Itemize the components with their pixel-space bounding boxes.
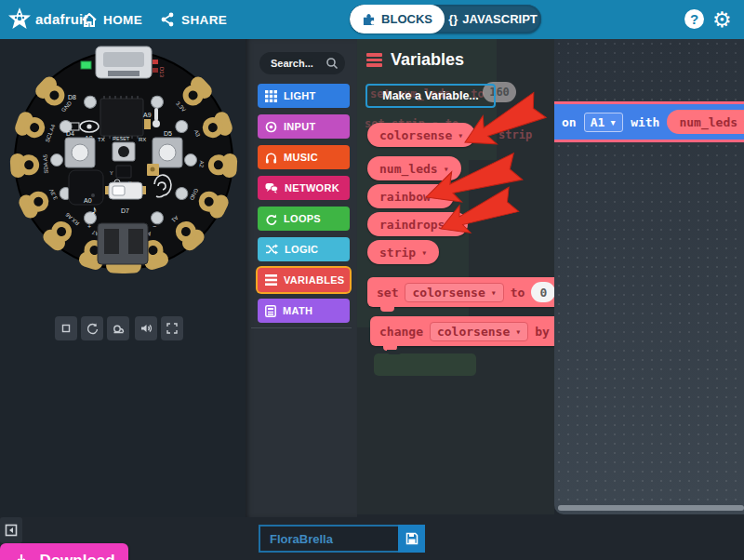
flyout-title: Variables: [366, 50, 464, 70]
makecode-editor: adafruit HOME SHARE BLOCKS {}: [0, 0, 744, 560]
stop-icon: [60, 322, 73, 335]
blocks-workspace[interactable]: on A1▾ with num_leds▾ pix: [554, 39, 744, 514]
category-light[interactable]: LIGHT: [258, 84, 350, 108]
power-led-green: [81, 61, 91, 69]
category-input[interactable]: INPUT: [258, 114, 350, 139]
change-variable-block[interactable]: change colorsense▾ by 1: [370, 316, 554, 346]
tab-blocks[interactable]: BLOCKS: [350, 5, 445, 33]
dropdown-caret-icon: ▾: [450, 220, 456, 230]
d5-label: D5: [164, 130, 172, 137]
block-toolbox: LIGHT INPUT MUSIC NETWORK: [246, 39, 357, 517]
shuffle-icon: [265, 244, 278, 255]
search-icon: [326, 57, 339, 70]
d4-label: D4: [66, 130, 74, 137]
sim-slowmo-button[interactable]: [107, 316, 129, 340]
variables-icon: [366, 53, 382, 67]
main-chip: [100, 96, 143, 139]
home-button[interactable]: HOME: [74, 7, 150, 32]
chat-bubbles-icon: [265, 182, 278, 194]
home-label: HOME: [103, 13, 142, 27]
project-name-input[interactable]: [259, 525, 398, 553]
question-icon: ?: [690, 11, 698, 27]
header-bar: adafruit HOME SHARE BLOCKS {}: [0, 0, 744, 39]
tx-label: TX: [98, 137, 105, 142]
target-icon: [265, 121, 277, 133]
variable-pill-raindrops[interactable]: raindrops▾: [367, 212, 468, 236]
block-text: with: [631, 115, 659, 129]
circuit-playground-board[interactable]: GND SCL A4 SDA A5 3.3V RX A6 TX A7 GND 3…: [7, 45, 240, 279]
sim-volume-button[interactable]: [135, 316, 157, 340]
block-text: on: [562, 115, 577, 129]
variable-dropdown[interactable]: colorsense▾: [430, 322, 528, 341]
battery-connector: + −: [87, 223, 156, 264]
horizontal-scrollbar[interactable]: [558, 505, 744, 511]
variable-pill-colorsense[interactable]: colorsense▾: [367, 123, 475, 147]
d8-label: D8: [68, 94, 76, 100]
faded-next-block: [374, 353, 476, 376]
create-strip-block[interactable]: on A1▾ with num_leds▾ pix: [554, 104, 744, 140]
num-leds-pill[interactable]: num_leds▾: [667, 110, 744, 134]
music-note-icon: ♪: [91, 203, 98, 217]
restart-icon: [86, 322, 99, 335]
sim-stop-button[interactable]: [55, 316, 77, 340]
value-input[interactable]: 0: [531, 282, 554, 302]
category-music[interactable]: MUSIC: [258, 145, 350, 169]
reset-label: RESET: [113, 136, 130, 141]
category-math[interactable]: MATH: [258, 299, 350, 323]
lines-icon: [265, 274, 277, 286]
project-name-group: [259, 525, 425, 553]
set-strip-block-edge[interactable]: on A1▾ with num_leds▾ pix: [554, 101, 744, 142]
calculator-icon: [265, 305, 276, 317]
share-icon: [160, 12, 175, 27]
floppy-icon: [405, 532, 418, 545]
category-label: VARIABLES: [284, 274, 344, 286]
dropdown-caret-icon: ▾: [444, 164, 449, 174]
category-label: NETWORK: [285, 182, 339, 193]
download-button[interactable]: Download: [0, 543, 128, 560]
variables-flyout: set num_leds ▾ to 160 set strip ▾ to ato…: [357, 39, 554, 514]
make-variable-button[interactable]: Make a Variable...: [365, 84, 496, 108]
save-button[interactable]: [398, 525, 425, 553]
loop-icon: [265, 213, 277, 225]
pad-label: SDA A5: [43, 153, 49, 174]
category-logic[interactable]: LOGIC: [258, 237, 350, 261]
faded-block-text: ato strip: [498, 115, 554, 141]
y-axis-label: Y: [110, 170, 113, 176]
pin-dropdown[interactable]: A1▾: [584, 113, 623, 132]
sim-fullscreen-button[interactable]: [161, 316, 183, 340]
usb-connector: [96, 47, 152, 78]
variable-pill-strip[interactable]: strip▾: [367, 240, 439, 264]
tab-javascript[interactable]: {} JAVASCRIPT: [445, 5, 541, 33]
category-label: MATH: [283, 305, 312, 316]
variable-pill-num-leds[interactable]: num_leds▾: [367, 156, 461, 180]
category-label: MUSIC: [284, 152, 318, 163]
toolbox-divider: [251, 327, 352, 328]
volume-icon: [140, 322, 153, 335]
set-variable-block[interactable]: set colorsense▾ to 0: [367, 277, 554, 307]
collapse-simulator-button[interactable]: [0, 517, 22, 543]
headphones-icon: [265, 152, 277, 164]
category-network[interactable]: NETWORK: [258, 176, 350, 200]
minus-label: −: [153, 223, 156, 230]
download-icon: [13, 553, 30, 560]
gear-icon: ⚙: [712, 7, 732, 32]
dropdown-caret-icon: ▾: [491, 287, 497, 298]
rx-label: RX: [139, 137, 146, 142]
snail-icon: [112, 322, 125, 335]
category-variables[interactable]: VARIABLES: [258, 268, 350, 292]
help-button[interactable]: ?: [684, 9, 704, 29]
home-icon: [82, 13, 97, 27]
share-button[interactable]: SHARE: [153, 7, 234, 32]
bottom-bar: Download: [0, 517, 744, 560]
d7-label: D7: [121, 207, 129, 214]
settings-button[interactable]: ⚙: [712, 6, 732, 33]
variable-pill-rainbow[interactable]: rainbow▾: [367, 184, 454, 208]
variable-dropdown[interactable]: colorsense▾: [405, 283, 503, 302]
category-loops[interactable]: LOOPS: [258, 207, 350, 231]
dropdown-caret-icon: ▾: [421, 247, 427, 258]
grid-icon: [265, 90, 277, 102]
collapse-left-icon: [5, 524, 18, 537]
d13-label: D13: [159, 67, 165, 78]
a9-label: A9: [143, 112, 152, 118]
sim-restart-button[interactable]: [81, 316, 103, 340]
